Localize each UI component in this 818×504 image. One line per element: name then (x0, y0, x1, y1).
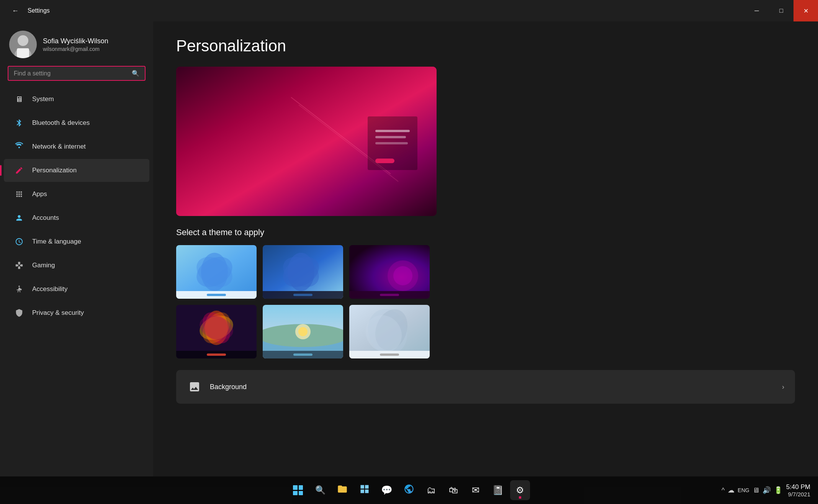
minimize-button[interactable]: ─ (744, 0, 769, 21)
theme-card-white[interactable] (349, 305, 430, 358)
search-input[interactable] (14, 70, 128, 77)
sidebar-item-network[interactable]: Network & internet (4, 135, 149, 158)
sidebar-item-personalization[interactable]: Personalization (4, 159, 149, 182)
bluetooth-icon (13, 117, 25, 129)
language-indicator[interactable]: ENG (738, 487, 749, 493)
date-display: 9/7/2021 (786, 491, 810, 497)
svg-point-42 (298, 327, 308, 336)
privacy-icon (13, 307, 25, 319)
taskbar-edge-button[interactable] (399, 480, 419, 500)
taskbar-explorer-button[interactable] (332, 480, 352, 500)
sidebar-item-system[interactable]: 🖥 System (4, 88, 149, 111)
chevron-up-icon[interactable]: ^ (721, 486, 725, 494)
background-icon (187, 379, 202, 394)
theme-section-label: Select a theme to apply (176, 227, 795, 237)
taskbar-widgets-button[interactable] (355, 480, 375, 500)
svg-rect-9 (375, 130, 410, 132)
user-profile[interactable]: Sofia Wyciślik-Wilson wilsonmark@gmail.c… (0, 21, 153, 66)
sidebar: Sofia Wyciślik-Wilson wilsonmark@gmail.c… (0, 21, 153, 476)
system-icon: 🖥 (13, 93, 25, 105)
background-label: Background (210, 383, 247, 391)
avatar (9, 31, 37, 58)
taskbar-start-button[interactable] (288, 480, 308, 500)
personalization-icon (13, 164, 25, 177)
taskbar: 🔍 💬 (0, 476, 818, 504)
time-display: 5:40 PM (786, 483, 810, 491)
svg-point-4 (18, 286, 20, 287)
sidebar-item-time[interactable]: Time & language (4, 230, 149, 253)
time-icon (13, 236, 25, 248)
user-name: Sofia Wyciślik-Wilson (43, 37, 108, 45)
network-icon (13, 141, 25, 153)
taskbar-files-button[interactable]: 🗂 (421, 480, 441, 500)
svg-rect-50 (380, 353, 399, 356)
sidebar-item-accessibility[interactable]: Accessibility (4, 278, 149, 301)
titlebar: ← Settings ─ □ ✕ (0, 0, 818, 21)
display-icon[interactable]: 🖥 (753, 486, 759, 494)
settings-icon: ⚙ (516, 485, 524, 496)
teams-icon: 💬 (381, 485, 393, 496)
taskbar-teams-button[interactable]: 💬 (377, 480, 397, 500)
svg-point-1 (18, 35, 28, 46)
theme-card-nature[interactable] (263, 305, 343, 358)
maximize-button[interactable]: □ (769, 0, 793, 21)
page-title: Personalization (176, 37, 795, 55)
taskbar-store-button[interactable]: 🛍 (443, 480, 463, 500)
back-button[interactable]: ← (8, 3, 23, 18)
search-icon: 🔍 (315, 485, 326, 495)
sidebar-item-accounts[interactable]: Accounts (4, 206, 149, 229)
svg-point-27 (393, 266, 412, 285)
sidebar-item-gaming[interactable]: Gaming (4, 254, 149, 277)
theme-card-glow[interactable] (176, 305, 257, 358)
theme-grid (176, 245, 795, 358)
search-container: 🔍 (0, 66, 153, 87)
speaker-icon[interactable]: 🔊 (762, 486, 771, 494)
content-area: Personalization (153, 21, 818, 476)
chevron-right-icon: › (782, 383, 784, 391)
user-email: wilsonmark@gmail.com (43, 46, 108, 52)
svg-rect-37 (207, 353, 226, 356)
sidebar-item-apps[interactable]: Apps (4, 183, 149, 206)
battery-icon[interactable]: 🔋 (774, 486, 782, 494)
taskbar-clock[interactable]: 5:40 PM 9/7/2021 (786, 483, 810, 497)
sidebar-item-label: Personalization (32, 167, 77, 174)
sidebar-item-label: Apps (32, 190, 47, 198)
sidebar-item-bluetooth[interactable]: Bluetooth & devices (4, 111, 149, 134)
sidebar-item-label: Time & language (32, 238, 81, 245)
svg-rect-44 (293, 353, 312, 356)
svg-rect-12 (375, 159, 394, 163)
window-controls: ─ □ ✕ (744, 0, 818, 21)
taskbar-settings-button[interactable]: ⚙ (510, 480, 530, 500)
sidebar-item-label: Accessibility (32, 285, 68, 293)
accounts-icon (13, 212, 25, 224)
svg-rect-18 (207, 294, 226, 296)
theme-card-purple[interactable] (349, 245, 430, 299)
store-icon: 🛍 (449, 485, 458, 496)
taskbar-search-button[interactable]: 🔍 (310, 480, 330, 500)
sidebar-item-label: Privacy & security (32, 309, 84, 317)
back-icon: ← (12, 7, 19, 15)
svg-rect-3 (17, 48, 29, 58)
taskbar-journal-button[interactable]: 📓 (488, 480, 508, 500)
edge-icon (404, 484, 414, 497)
background-section[interactable]: Background › (176, 370, 795, 404)
nav-items: 🖥 System Bluetooth & devices Network & (0, 87, 153, 473)
gaming-icon (13, 259, 25, 272)
taskbar-mail-button[interactable]: ✉ (466, 480, 486, 500)
user-info: Sofia Wyciślik-Wilson wilsonmark@gmail.c… (43, 37, 108, 52)
search-icon: 🔍 (132, 70, 139, 77)
svg-rect-24 (293, 294, 312, 296)
sidebar-item-label: Gaming (32, 262, 55, 269)
sidebar-item-label: Accounts (32, 214, 59, 222)
theme-card-light[interactable] (176, 245, 257, 299)
sidebar-item-label: Network & internet (32, 143, 86, 151)
taskbar-apps: 🔍 💬 (288, 480, 530, 500)
sidebar-item-label: System (32, 95, 54, 103)
wallpaper-preview (176, 67, 437, 216)
sidebar-item-label: Bluetooth & devices (32, 119, 90, 127)
main-layout: Sofia Wyciślik-Wilson wilsonmark@gmail.c… (0, 21, 818, 476)
close-button[interactable]: ✕ (793, 0, 818, 21)
sidebar-item-privacy[interactable]: Privacy & security (4, 301, 149, 324)
cloud-icon[interactable]: ☁ (728, 486, 735, 494)
theme-card-dark[interactable] (263, 245, 343, 299)
